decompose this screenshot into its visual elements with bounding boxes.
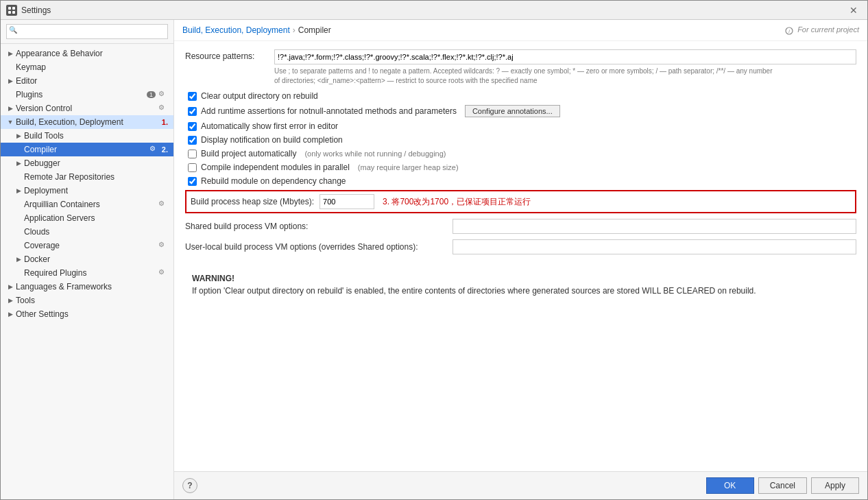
main-content: Build, Execution, Deployment › Compiler … <box>174 20 867 499</box>
sidebar-item-label-keymap: Keymap <box>16 62 168 72</box>
user-vm-input[interactable] <box>453 239 856 254</box>
checkbox-label-build-auto: Build project automatically <box>201 149 296 158</box>
checkbox-rebuild-dependency[interactable] <box>188 177 197 186</box>
sidebar-item-docker[interactable]: ▶ Docker <box>1 252 173 266</box>
for-project-label: i For current project <box>785 25 859 34</box>
sidebar-item-tools[interactable]: ▶ Tools <box>1 294 173 307</box>
expand-icon-tools: ▶ <box>6 296 14 305</box>
resource-patterns-label: Resource patterns: <box>185 49 274 61</box>
warning-box: WARNING! If option 'Clear output directo… <box>185 268 856 301</box>
sidebar-item-editor[interactable]: ▶ Editor <box>1 74 173 88</box>
sidebar-item-keymap[interactable]: Keymap <box>1 60 173 74</box>
expand-icon-remote-jar <box>14 173 23 181</box>
footer-left: ? <box>182 478 197 493</box>
sidebar-item-version-control[interactable]: ▶ Version Control ⚙ <box>1 102 173 115</box>
gear-icon-required-plugins[interactable]: ⚙ <box>158 268 168 278</box>
sidebar-item-label-vc: Version Control <box>16 104 156 113</box>
gear-icon-plugins[interactable]: ⚙ <box>158 90 168 99</box>
checkbox-display-notification[interactable] <box>188 136 197 145</box>
expand-icon-arquillian <box>14 200 23 209</box>
heap-label: Build process heap size (Mbytes): <box>191 197 314 206</box>
checkbox-label-compile-parallel: Compile independent modules in parallel <box>201 163 350 172</box>
checkbox-row-display-notification: Display notification on build completion <box>185 135 856 145</box>
sidebar-item-label-other-settings: Other Settings <box>16 309 168 319</box>
sidebar-item-deployment[interactable]: ▶ Deployment <box>1 184 173 198</box>
gear-icon-coverage[interactable]: ⚙ <box>158 241 168 250</box>
sidebar-item-required-plugins[interactable]: Required Plugins ⚙ <box>1 266 173 280</box>
sidebar-item-label-remote-jar: Remote Jar Repositories <box>24 172 168 182</box>
search-wrap <box>6 24 168 39</box>
sidebar-item-label-plugins: Plugins <box>16 90 144 99</box>
expand-icon-build-exec: ▼ <box>6 118 14 126</box>
ok-button[interactable]: OK <box>706 477 754 494</box>
sidebar-item-label-tools: Tools <box>16 296 168 305</box>
resource-patterns-hint: Use ; to separate patterns and ! to nega… <box>274 67 856 86</box>
sidebar-item-build-tools[interactable]: ▶ Build Tools <box>1 129 173 143</box>
checkbox-add-runtime[interactable] <box>188 107 197 116</box>
sidebar-item-clouds[interactable]: Clouds <box>1 225 173 239</box>
checkbox-auto-show[interactable] <box>188 122 197 131</box>
shared-vm-row: Shared build process VM options: <box>185 219 856 234</box>
cancel-button[interactable]: Cancel <box>758 477 807 494</box>
heap-annotation: 3. 将700改为1700，已保证项目正常运行 <box>383 196 531 208</box>
checkbox-label-rebuild-dependency: Rebuild module on dependency change <box>201 176 346 186</box>
sidebar-item-plugins[interactable]: Plugins 1 ⚙ <box>1 88 173 102</box>
checkbox-clear-output[interactable] <box>188 92 197 101</box>
sidebar-item-appearance[interactable]: ▶ Appearance & Behavior <box>1 47 173 60</box>
settings-window: Settings ✕ ▶ Appearance & Behavior <box>0 0 868 500</box>
gear-icon-arquillian[interactable]: ⚙ <box>158 200 168 209</box>
title-bar: Settings ✕ <box>1 1 867 20</box>
sidebar-item-label-appearance: Appearance & Behavior <box>16 49 168 58</box>
sidebar-item-remote-jar[interactable]: Remote Jar Repositories <box>1 170 173 184</box>
checkbox-row-clear-output: Clear output directory on rebuild <box>185 91 856 101</box>
expand-icon-coverage <box>14 241 23 250</box>
search-input[interactable] <box>6 24 168 39</box>
content-area: ▶ Appearance & Behavior Keymap ▶ Editor … <box>1 20 867 499</box>
checkbox-label-add-runtime: Add runtime assertions for notnull-annot… <box>201 106 457 116</box>
sidebar-item-languages[interactable]: ▶ Languages & Frameworks <box>1 280 173 294</box>
shared-vm-input[interactable] <box>453 219 856 234</box>
title-bar-left: Settings <box>6 5 51 16</box>
sidebar-item-arquillian[interactable]: Arquillian Containers ⚙ <box>1 198 173 211</box>
sidebar-item-label-languages: Languages & Frameworks <box>16 282 168 291</box>
heap-input[interactable] <box>320 194 374 209</box>
expand-icon-debugger: ▶ <box>14 159 23 167</box>
expand-icon-editor: ▶ <box>6 77 14 85</box>
sidebar-item-debugger[interactable]: ▶ Debugger <box>1 156 173 170</box>
expand-icon-vc: ▶ <box>6 104 14 112</box>
gear-icon-vc[interactable]: ⚙ <box>158 104 168 113</box>
configure-annotations-button[interactable]: Configure annotations... <box>465 105 560 117</box>
shared-vm-label: Shared build process VM options: <box>185 222 453 231</box>
sidebar-item-build-exec[interactable]: ▼ Build, Execution, Deployment 1. <box>1 115 173 129</box>
sidebar-item-app-servers[interactable]: Application Servers <box>1 211 173 225</box>
user-vm-row: User-local build process VM options (ove… <box>185 239 856 254</box>
expand-icon-compiler <box>14 145 23 154</box>
checkbox-compile-parallel[interactable] <box>188 163 197 172</box>
sidebar-item-label-compiler: Compiler <box>24 145 147 154</box>
sidebar-item-label-build-exec: Build, Execution, Deployment <box>16 117 159 127</box>
gear-icon-compiler[interactable]: ⚙ <box>149 145 159 154</box>
breadcrumb-build[interactable]: Build, Execution, Deployment <box>182 25 290 35</box>
svg-text:i: i <box>788 29 790 34</box>
warning-title: WARNING! <box>192 274 849 283</box>
apply-button[interactable]: Apply <box>811 477 859 494</box>
for-project-text: For current project <box>797 25 859 34</box>
close-button[interactable]: ✕ <box>845 3 862 17</box>
expand-icon-deployment: ▶ <box>14 187 23 195</box>
resource-patterns-input[interactable] <box>274 49 856 64</box>
sidebar-item-label-editor: Editor <box>16 76 168 86</box>
sidebar-item-coverage[interactable]: Coverage ⚙ <box>1 239 173 252</box>
sidebar-item-compiler[interactable]: Compiler ⚙ 2. <box>1 143 173 156</box>
checkbox-row-compile-parallel: Compile independent modules in parallel … <box>185 163 856 172</box>
sidebar-item-other-settings[interactable]: ▶ Other Settings <box>1 307 173 321</box>
expand-icon-other-settings: ▶ <box>6 310 14 318</box>
resource-patterns-wrap: Use ; to separate patterns and ! to nega… <box>274 49 856 86</box>
checkbox-row-add-runtime: Add runtime assertions for notnull-annot… <box>185 105 856 117</box>
sidebar-item-label-arquillian: Arquillian Containers <box>24 200 156 209</box>
sidebar-item-label-required-plugins: Required Plugins <box>24 268 156 278</box>
footer-right: OK Cancel Apply <box>706 477 859 494</box>
expand-icon-plugins <box>6 91 14 99</box>
hint-line2: of directories; <dir_name>:<pattern> — r… <box>274 77 538 84</box>
help-button[interactable]: ? <box>182 478 197 493</box>
checkbox-build-auto[interactable] <box>188 150 197 158</box>
